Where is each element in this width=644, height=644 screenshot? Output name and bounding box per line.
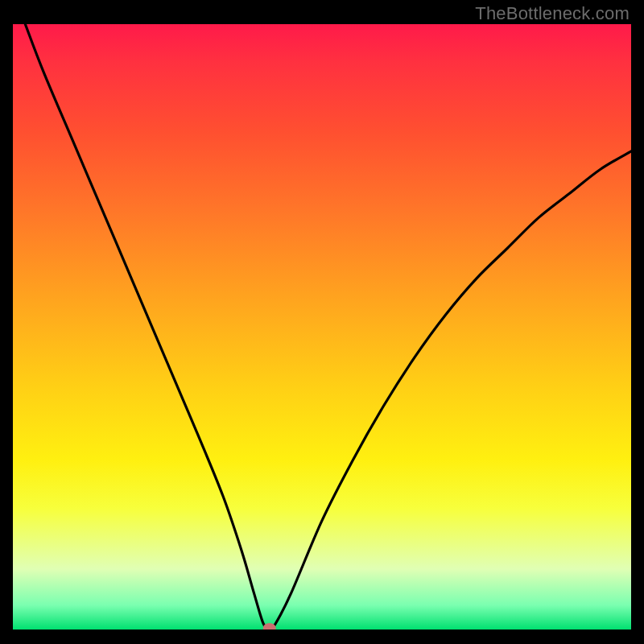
curve-layer: [13, 24, 631, 630]
bottleneck-curve: [25, 24, 631, 630]
plot-area: [13, 24, 631, 630]
watermark-text: TheBottleneck.com: [475, 3, 630, 24]
chart-frame: TheBottleneck.com: [0, 0, 644, 644]
